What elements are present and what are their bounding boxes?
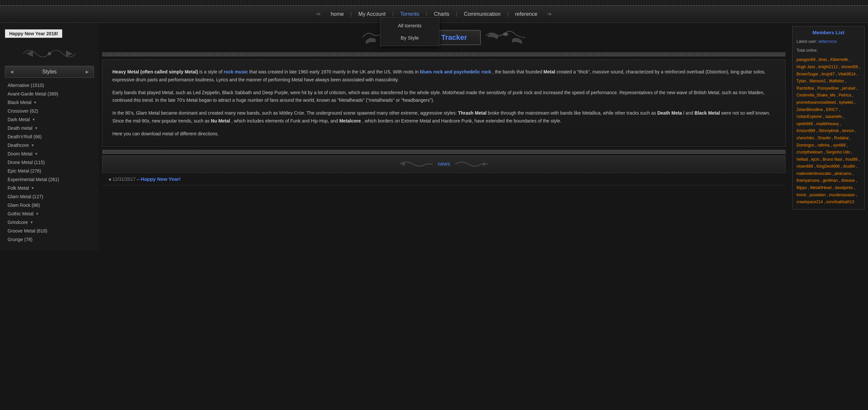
online-user-3[interactable]: Hugh Jass [797,65,815,69]
online-user-15[interactable]: Cinderella_Shake_Me [797,93,835,98]
online-user-31[interactable]: Domingos [797,143,814,147]
online-user-43[interactable]: malevolentinvocatio [797,171,831,176]
online-user-19[interactable]: ZetanBloodline [797,107,823,112]
online-user-53[interactable]: murderassasin [829,193,855,197]
desc-blues-rock: blues rock and psychedelic rock [420,69,491,74]
online-user-49[interactable]: Metal0Head [810,185,831,190]
online-user-55[interactable]: sonofsabbath13 [826,200,854,204]
online-user-33[interactable]: syn666 [833,143,846,147]
online-user-24[interactable]: madbhheavy [816,122,839,126]
style-dropdown-arrow-2: ▼ [33,100,37,104]
online-user-13[interactable]: Pussywillow [817,86,839,91]
online-user-40[interactable]: clown666 [797,164,813,169]
nav-item-home[interactable]: home [324,10,350,19]
right-sidebar: Members List Latest user: sefacrorce Tot… [789,23,868,250]
nav-sep-2: | [392,11,394,17]
online-user-28[interactable]: chenchiko [797,136,814,140]
online-user-37[interactable]: kjcm [811,157,819,162]
news-link-0[interactable]: Happy New Year! [141,176,181,182]
sidebar-style-item-0[interactable]: Alternative (1510) [5,81,94,90]
sidebar-style-item-9[interactable]: Drone Metal (115) [5,158,94,167]
nav-torrents-dropdown: All torrents By Style [380,17,439,46]
online-user-12[interactable]: Razdolbai [797,86,814,91]
online-user-47[interactable]: disease [841,178,855,183]
sidebar-style-item-10[interactable]: Epic Metal (276) [5,167,94,175]
sidebar-style-item-3[interactable]: Crossover (62) [5,107,94,115]
sidebar-style-item-5[interactable]: Death metal▼ [5,124,94,132]
desc-p3-mid2: l and [682,110,694,115]
main-nav: ❧ home | My Account | Torrents All torre… [312,10,556,19]
online-user-2[interactable]: Kibernetik [831,57,848,62]
online-user-41[interactable]: KingDevil666 [816,164,840,169]
online-user-44[interactable]: pinkcams [834,171,851,176]
news-header: news [102,156,786,173]
online-user-9[interactable]: Tytan [797,79,806,83]
online-user-5[interactable]: vincent56 [841,65,858,69]
online-user-39[interactable]: frost89 [845,157,858,162]
sidebar-style-item-14[interactable]: Glam Rock (86) [5,201,94,209]
sidebar-style-item-13[interactable]: Glam Metal (127) [5,192,94,201]
online-user-36[interactable]: helliad [797,157,808,162]
desc-p3-mid4: , which includes elements of Funk and Hi… [230,118,339,124]
style-dropdown-arrow-7: ▼ [31,143,35,147]
online-user-42[interactable]: drudkh [843,164,855,169]
desc-p1-mid2: that was created in late 1960 early 1970… [248,69,420,74]
online-user-16[interactable]: Petrica [839,93,851,98]
online-user-50[interactable]: davidpinto [835,185,853,190]
sidebar-style-item-1[interactable]: Avant-Garde Metal (369) [5,90,94,98]
online-user-18[interactable]: kyheikki [839,100,853,105]
online-user-48[interactable]: filippo [797,185,807,190]
online-user-32[interactable]: rafinha [817,143,830,147]
nav-torrents-wrapper[interactable]: Torrents All torrents By Style [394,11,425,17]
online-user-21[interactable]: UrbanExplorer [797,114,822,119]
online-user-14[interactable]: jarralad [842,86,855,91]
nav-item-communication[interactable]: Communication [458,10,506,19]
online-user-1[interactable]: biniu [818,57,827,62]
happy-new-year-banner: Happy New Year 2018! [5,29,62,38]
online-user-29[interactable]: Shaolin [817,136,831,140]
online-user-51[interactable]: tmmir [797,193,806,197]
sidebar-style-item-17[interactable]: Groove Metal (618) [5,227,94,235]
online-user-20[interactable]: ERIC7 [826,107,838,112]
sidebar-style-item-12[interactable]: Folk Metal▼ [5,184,94,192]
sidebar-style-item-18[interactable]: Grunge (78) [5,235,94,244]
news-right-ornament [455,159,488,170]
online-user-6[interactable]: BrownSugar [797,72,818,76]
online-user-35[interactable]: Serginho Udo [826,150,850,155]
sidebar-style-item-8[interactable]: Doom Metal▼ [5,149,94,158]
online-user-4[interactable]: knight2112 [818,65,838,69]
online-user-11[interactable]: Malfeitor [829,79,844,83]
latest-user-link[interactable]: sefacrorce [818,39,837,44]
sidebar-style-item-16[interactable]: Grindcore▼ [5,218,94,227]
description-box: Heavy Metal (often called simply Metal) … [102,60,786,146]
total-online-label: Total online: [797,48,817,53]
online-user-0[interactable]: paragon69 [797,57,815,62]
online-user-38[interactable]: Bruno filasi [823,157,842,162]
sidebar-style-item-4[interactable]: Dark Metal▼ [5,115,94,124]
desc-death-meta: Death Meta [657,110,682,115]
online-user-23[interactable]: opeth666 [797,122,813,126]
online-user-17[interactable]: prometheannosebleed [797,100,836,105]
nav-dropdown-by-style[interactable]: By Style [380,32,439,44]
nav-item-reference[interactable]: reference [509,10,544,19]
styles-left-arrow: ◀ [10,69,13,74]
online-user-7[interactable]: brujo87 [822,72,835,76]
online-user-54[interactable]: crawlspace214 [797,200,823,204]
online-user-30[interactable]: Rodakai [834,136,848,140]
online-user-34[interactable]: crustytheklown [797,150,823,155]
online-user-8[interactable]: Vitek9614 [838,72,856,76]
online-user-22[interactable]: sasariello [825,114,842,119]
sidebar-style-item-2[interactable]: Black Metal▼ [5,98,94,107]
nav-dropdown-all-torrents[interactable]: All torrents [380,20,439,32]
online-user-46[interactable]: gerikhan [823,178,838,183]
online-user-52[interactable]: poseidon [810,193,826,197]
online-user-25[interactable]: Krisiun999 [797,129,815,133]
online-user-10[interactable]: Manson2 [809,79,826,83]
sidebar-style-item-7[interactable]: Deathcore▼ [5,141,94,149]
sidebar-style-item-11[interactable]: Experimental Metal (261) [5,175,94,184]
online-user-26[interactable]: Skhrnykhsk [818,129,839,133]
sidebar-style-item-6[interactable]: Death'n'Roll (66) [5,132,94,141]
sidebar-style-item-15[interactable]: Gothic Metal▼ [5,209,94,218]
online-user-27[interactable]: lennon [842,129,854,133]
online-user-45[interactable]: thamyarcana [797,178,819,183]
